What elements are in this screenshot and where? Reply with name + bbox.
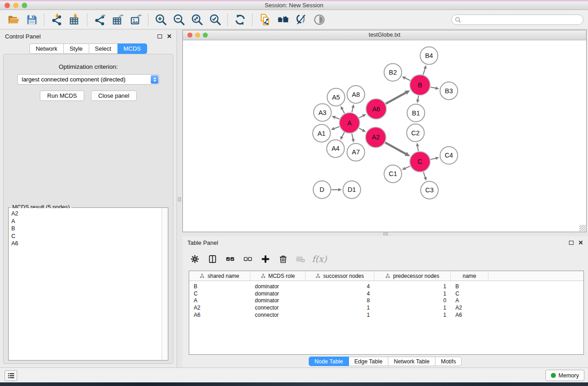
node-D[interactable]: D [313, 181, 331, 199]
node-B3[interactable]: B3 [440, 82, 458, 100]
zoom-selected-button[interactable] [206, 12, 224, 28]
network-canvas[interactable]: B4B2BB3A5A8A6A3B1AA1C2A2A4A7C4CC1C3DD1 [183, 41, 586, 232]
export-network-button[interactable] [91, 12, 109, 28]
table-row[interactable]: Cdominator41C [189, 290, 583, 297]
close-panel-icon[interactable] [167, 34, 172, 38]
edge-B-B1[interactable] [418, 96, 418, 100]
edge-A6-B[interactable] [386, 93, 406, 104]
node-A4[interactable]: A4 [327, 140, 344, 157]
save-session-button[interactable] [23, 12, 41, 28]
tab-select[interactable]: Select [89, 43, 118, 54]
network-close-button[interactable] [187, 33, 192, 38]
refresh-button[interactable] [231, 12, 249, 28]
add-row-button[interactable] [258, 252, 272, 266]
float-panel-icon[interactable] [158, 34, 162, 38]
column-header-successor-nodes[interactable]: successor nodes [306, 271, 374, 281]
close-panel-button[interactable]: Close panel [91, 91, 137, 101]
criterion-select[interactable]: largest connected component (directed) [17, 74, 159, 85]
mcds-result-item[interactable]: C [11, 233, 159, 240]
table-tab-network-table[interactable]: Network Table [388, 357, 435, 366]
show-hide-graphics-button[interactable] [292, 12, 310, 28]
tab-style[interactable]: Style [64, 43, 89, 54]
task-history-button[interactable] [5, 370, 17, 381]
zoom-window-button[interactable] [22, 3, 27, 8]
columns-button[interactable] [206, 252, 220, 266]
resize-grip-icon[interactable] [579, 225, 586, 231]
node-A[interactable]: A [339, 113, 360, 133]
edge-C-C3[interactable] [423, 172, 425, 177]
column-header-name[interactable]: name [451, 271, 488, 281]
node-C2[interactable]: C2 [406, 124, 424, 142]
edge-A-A3[interactable] [335, 117, 339, 119]
edge-A-A1[interactable] [334, 127, 339, 129]
node-C3[interactable]: C3 [421, 181, 438, 199]
zoom-in-button[interactable] [152, 12, 170, 28]
divider-grip[interactable] [178, 197, 181, 201]
edge-A-A7[interactable] [352, 133, 353, 139]
edge-A-A2[interactable] [359, 128, 363, 130]
delete-row-button[interactable] [276, 252, 290, 266]
edge-C-C2[interactable] [417, 146, 418, 151]
node-B[interactable]: B [410, 75, 430, 95]
node-A3[interactable]: A3 [314, 104, 331, 121]
splitter-grip[interactable] [383, 233, 388, 235]
mcds-result-item[interactable]: A6 [11, 240, 159, 248]
import-network-button[interactable] [48, 12, 66, 28]
close-window-button[interactable] [5, 3, 10, 8]
import-table-button[interactable] [66, 12, 84, 28]
edge-A-A5[interactable] [342, 109, 344, 114]
export-image-button[interactable] [127, 12, 145, 28]
table-tab-motifs[interactable]: Motifs [435, 357, 462, 366]
gear-button[interactable] [188, 252, 202, 266]
open-file-button[interactable] [5, 12, 23, 28]
column-header-shared-name[interactable]: shared name [189, 271, 250, 281]
memory-button[interactable]: Memory [545, 370, 584, 381]
node-A8[interactable]: A8 [347, 86, 365, 103]
tab-mcds[interactable]: MCDS [118, 43, 147, 54]
tab-network[interactable]: Network [29, 43, 64, 54]
edge-C-C1[interactable] [405, 166, 410, 168]
search-input[interactable] [451, 14, 583, 25]
node-A7[interactable]: A7 [347, 143, 365, 161]
node-A1[interactable]: A1 [313, 124, 330, 142]
table-tab-node-table[interactable]: Node Table [309, 357, 349, 366]
node-A2[interactable]: A2 [366, 127, 386, 148]
table-row[interactable]: Adominator80A [189, 297, 583, 305]
mcds-result-item[interactable]: A2 [11, 210, 159, 218]
edge-A-A6[interactable] [359, 116, 363, 118]
result-scrollbar[interactable] [162, 208, 167, 360]
minimize-window-button[interactable] [13, 3, 19, 8]
column-header-MCDS-role[interactable]: MCDS role [250, 271, 306, 281]
table-tab-edge-table[interactable]: Edge Table [349, 357, 388, 366]
home-button[interactable] [274, 12, 292, 28]
node-C[interactable]: C [410, 152, 430, 172]
node-A6[interactable]: A6 [366, 99, 387, 119]
node-B1[interactable]: B1 [407, 104, 425, 122]
network-zoom-button[interactable] [203, 33, 208, 38]
edge-B-B4[interactable] [423, 68, 425, 75]
column-header-predecessor-nodes[interactable]: predecessor nodes [374, 271, 451, 281]
edge-A2-C[interactable] [385, 143, 406, 154]
edge-A-A8[interactable] [352, 107, 353, 112]
mcds-result-item[interactable]: A [11, 218, 159, 225]
zoom-out-button[interactable] [170, 12, 188, 28]
node-B4[interactable]: B4 [420, 47, 438, 64]
deselect-all-button[interactable] [241, 252, 255, 266]
node-A5[interactable]: A5 [327, 88, 345, 106]
edge-B-B3[interactable] [430, 87, 436, 88]
node-B2[interactable]: B2 [384, 63, 402, 81]
run-mcds-button[interactable]: Run MCDS [40, 91, 84, 101]
eye-button[interactable] [310, 12, 328, 28]
node-D1[interactable]: D1 [343, 181, 361, 199]
table-float-panel-icon[interactable] [569, 241, 574, 245]
mcds-result-item[interactable]: B [11, 225, 159, 233]
edge-B-B2[interactable] [405, 78, 411, 80]
edge-A-A4[interactable] [342, 133, 344, 137]
table-row[interactable]: A2connector11A2 [189, 304, 583, 311]
clone-network-button[interactable] [256, 12, 274, 28]
export-table-button[interactable] [109, 12, 127, 28]
node-C1[interactable]: C1 [384, 165, 402, 183]
table-row[interactable]: A6connector11A6 [189, 311, 583, 319]
node-C4[interactable]: C4 [440, 147, 458, 164]
table-row[interactable]: Bdominator41B [189, 283, 583, 290]
